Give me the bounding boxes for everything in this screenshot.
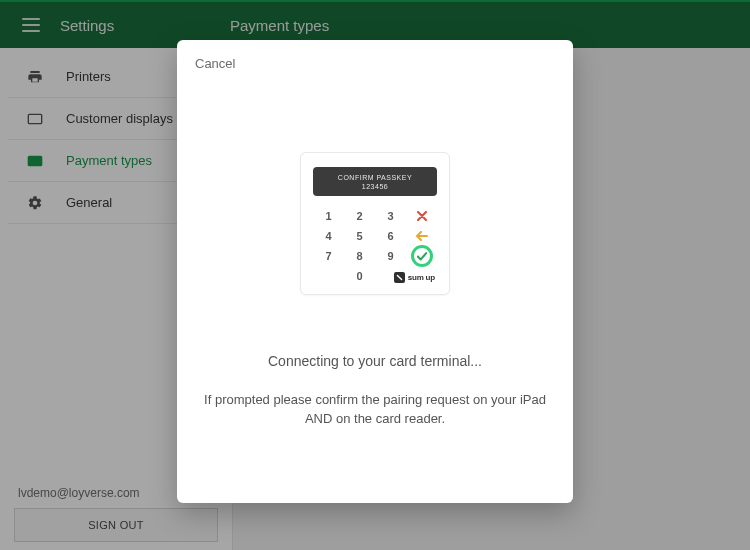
- key-5: 5: [344, 226, 375, 246]
- key-2: 2: [344, 206, 375, 226]
- key-7: 7: [313, 246, 344, 266]
- card-reader-keypad: 1 2 3 4 5 6 7 8 9: [313, 206, 437, 286]
- key-blank: [313, 266, 344, 286]
- confirm-check-icon: [406, 246, 437, 266]
- sumup-brand-text: sum up: [408, 273, 435, 282]
- status-text: Connecting to your card terminal...: [268, 353, 482, 369]
- sumup-brand: sum up: [394, 272, 435, 283]
- cancel-button[interactable]: Cancel: [195, 56, 235, 71]
- key-1: 1: [313, 206, 344, 226]
- key-9: 9: [375, 246, 406, 266]
- modal-header: Cancel: [177, 40, 573, 72]
- app-root: Settings Payment types Printers Customer…: [0, 0, 750, 550]
- lcd-line-1: CONFIRM PASSKEY: [317, 174, 433, 181]
- key-0: 0: [344, 266, 375, 286]
- card-reader-image: CONFIRM PASSKEY 123456 1 2 3 4 5 6: [300, 152, 450, 295]
- back-arrow-icon: [406, 226, 437, 246]
- pairing-modal: Cancel CONFIRM PASSKEY 123456 1 2 3 4 5: [177, 40, 573, 503]
- hint-text: If prompted please confirm the pairing r…: [197, 391, 553, 429]
- key-3: 3: [375, 206, 406, 226]
- key-4: 4: [313, 226, 344, 246]
- key-6: 6: [375, 226, 406, 246]
- lcd-line-2: 123456: [317, 183, 433, 190]
- key-8: 8: [344, 246, 375, 266]
- brand-row: sum up: [375, 266, 437, 286]
- cancel-x-icon: [406, 206, 437, 226]
- card-reader-display: CONFIRM PASSKEY 123456: [313, 167, 437, 196]
- modal-body: CONFIRM PASSKEY 123456 1 2 3 4 5 6: [177, 72, 573, 503]
- sumup-logo-icon: [394, 272, 405, 283]
